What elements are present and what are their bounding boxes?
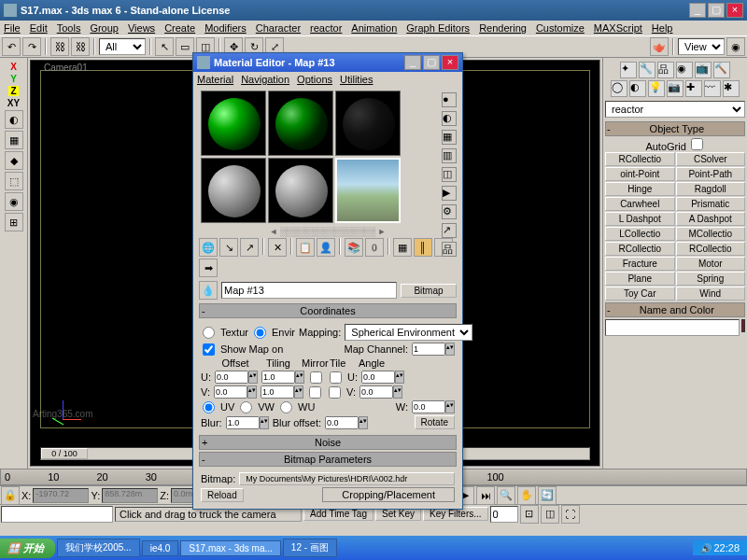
v-mirror[interactable] — [309, 386, 321, 399]
reactor-tool-3[interactable]: ◆ — [5, 151, 23, 170]
get-material-icon[interactable]: 🌐 — [199, 238, 218, 257]
noise-rollout[interactable]: +Noise — [199, 435, 457, 450]
mat-slot-2[interactable] — [268, 91, 333, 156]
sample-uv-icon[interactable]: ▥ — [442, 148, 457, 163]
put-to-lib-icon[interactable]: 📚 — [345, 238, 363, 257]
btn-plane[interactable]: Plane — [605, 272, 675, 286]
btn-wind[interactable]: Wind — [676, 287, 746, 301]
btn-hinge[interactable]: Hinge — [605, 182, 675, 196]
nav-zoomext-icon[interactable]: ⊡ — [520, 505, 539, 524]
btn-fracture[interactable]: Fracture — [605, 257, 675, 271]
u-offset[interactable] — [215, 371, 248, 384]
minimize-button[interactable]: _ — [689, 3, 706, 18]
blur-spinner[interactable] — [226, 416, 260, 429]
select-name-button[interactable]: ▭ — [176, 37, 194, 56]
menu-reactor[interactable]: reactor — [310, 22, 342, 34]
reactor-tool-5[interactable]: ◉ — [5, 192, 23, 211]
menu-animation[interactable]: Animation — [351, 22, 397, 34]
script-listener[interactable] — [1, 506, 113, 523]
preview-icon[interactable]: ▶ — [442, 186, 457, 201]
background-icon[interactable]: ▦ — [442, 130, 457, 145]
cameras-icon[interactable]: 📷 — [667, 80, 684, 97]
u-mirror[interactable] — [310, 371, 322, 384]
menu-tools[interactable]: Tools — [57, 22, 81, 34]
texture-radio[interactable] — [203, 327, 215, 339]
material-name-input[interactable] — [221, 282, 397, 299]
btn-rcollection[interactable]: RCollectio — [605, 152, 675, 166]
motion-tab-icon[interactable]: ◉ — [676, 62, 693, 78]
hierarchy-tab-icon[interactable]: 品 — [657, 62, 674, 78]
selection-filter[interactable]: All — [99, 38, 146, 55]
show-in-vp-icon[interactable]: ▦ — [393, 238, 412, 257]
mat-menu-navigation[interactable]: Navigation — [241, 74, 289, 85]
v-angle[interactable] — [359, 385, 393, 399]
w-angle[interactable] — [412, 400, 445, 413]
dialog-maximize[interactable]: ▢ — [423, 55, 440, 70]
undo-button[interactable]: ↶ — [2, 37, 21, 56]
btn-pointpath[interactable]: Point-Path — [676, 167, 746, 181]
rotate-button[interactable]: Rotate — [415, 415, 455, 429]
task-1[interactable]: 我们学校2005... — [57, 539, 140, 557]
x-coord[interactable]: -1970.72 — [33, 488, 89, 503]
btn-toycar[interactable]: Toy Car — [605, 287, 675, 301]
menu-views[interactable]: Views — [128, 22, 155, 34]
btn-carwheel[interactable]: Carwheel — [605, 197, 675, 211]
btn-ragdoll[interactable]: Ragdoll — [676, 182, 746, 196]
btn-spring[interactable]: Spring — [676, 272, 746, 286]
reactor-tool-2[interactable]: ▦ — [5, 131, 23, 149]
autogrid-checkbox[interactable] — [691, 138, 703, 150]
menu-create[interactable]: Create — [164, 22, 195, 34]
object-name-input[interactable] — [605, 319, 740, 336]
btn-prismatic[interactable]: Prismatic — [676, 197, 746, 211]
mat-id-icon[interactable]: 0️ — [365, 238, 384, 257]
btn-csolver[interactable]: CSolver — [676, 152, 746, 166]
mat-menu-material[interactable]: Material — [197, 74, 233, 85]
btn-pointpoint[interactable]: oint-Point — [605, 167, 675, 181]
reload-button[interactable]: Reload — [201, 488, 244, 502]
geometry-icon[interactable]: ◯ — [611, 80, 627, 97]
nav-maximize-icon[interactable]: ⛶ — [561, 505, 580, 524]
assign-to-sel-icon[interactable]: ↗ — [240, 238, 259, 257]
render-button[interactable]: 🫖 — [650, 37, 669, 56]
btn-rcollection2[interactable]: RCollectio — [605, 242, 675, 256]
btn-lcollection[interactable]: LCollectio — [605, 227, 675, 241]
task-3[interactable]: S17.max - 3ds ma... — [180, 540, 280, 556]
menu-maxscript[interactable]: MAXScript — [594, 22, 642, 34]
menu-grapheditors[interactable]: Graph Editors — [406, 22, 470, 34]
bitmap-path-button[interactable]: My Documents\My Pictures\HDRI\A002.hdr — [239, 472, 455, 485]
nav-pan-icon[interactable]: ✋ — [517, 486, 536, 505]
environ-radio[interactable] — [254, 327, 266, 339]
axis-center-button[interactable]: ◉ — [726, 37, 745, 56]
btn-ldashpot[interactable]: L Dashpot — [605, 212, 675, 226]
video-check-icon[interactable]: ◫ — [442, 167, 457, 182]
lights-icon[interactable]: 💡 — [648, 80, 665, 97]
reactor-tool-6[interactable]: ⊞ — [5, 213, 23, 231]
mat-slot-5[interactable] — [268, 158, 333, 223]
mat-menu-options[interactable]: Options — [297, 74, 332, 85]
task-4[interactable]: 12 - 画图 — [283, 539, 337, 557]
btn-rcollection3[interactable]: RCollectio — [676, 242, 746, 256]
category-dropdown[interactable]: reactor — [605, 101, 745, 118]
start-button[interactable]: 🪟 开始 — [0, 539, 55, 558]
lock-icon[interactable]: 🔒 — [1, 486, 20, 505]
reset-map-icon[interactable]: ✕ — [268, 238, 287, 257]
reactor-tool-1[interactable]: ◐ — [5, 110, 23, 129]
btn-motor[interactable]: Motor — [676, 257, 746, 271]
sample-type-icon[interactable]: ● — [442, 92, 457, 107]
helpers-icon[interactable]: ✚ — [685, 80, 702, 97]
mat-map-nav-icon[interactable]: 品 — [442, 242, 457, 257]
wu-radio[interactable] — [280, 401, 292, 413]
menu-rendering[interactable]: Rendering — [479, 22, 527, 34]
system-tray[interactable]: 🔊 22:28 — [693, 540, 747, 555]
make-copy-icon[interactable]: 📋 — [296, 238, 315, 257]
redo-button[interactable]: ↷ — [22, 37, 41, 56]
task-2[interactable]: ie4.0 — [142, 540, 179, 556]
mat-slot-4[interactable] — [201, 158, 266, 223]
display-tab-icon[interactable]: 📺 — [695, 62, 712, 78]
close-button[interactable]: × — [726, 3, 743, 18]
menu-edit[interactable]: Edit — [30, 22, 48, 34]
shapes-icon[interactable]: ◐ — [629, 80, 646, 97]
reactor-tool-4[interactable]: ⬚ — [5, 172, 23, 190]
menu-customize[interactable]: Customize — [536, 22, 585, 34]
select-by-mat-icon[interactable]: ↗ — [442, 223, 457, 238]
